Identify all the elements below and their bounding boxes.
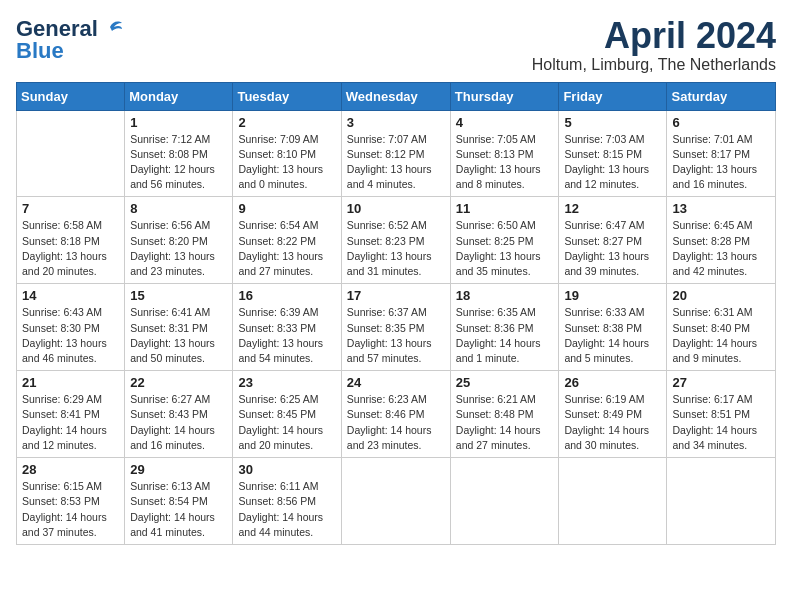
calendar-cell: 25Sunrise: 6:21 AMSunset: 8:48 PMDayligh… <box>450 371 559 458</box>
weekday-header: Monday <box>125 82 233 110</box>
title-section: April 2024 Holtum, Limburg, The Netherla… <box>532 16 776 74</box>
calendar-cell <box>17 110 125 197</box>
day-info: Sunrise: 7:09 AMSunset: 8:10 PMDaylight:… <box>238 132 335 193</box>
calendar-cell: 13Sunrise: 6:45 AMSunset: 8:28 PMDayligh… <box>667 197 776 284</box>
logo-bird-icon <box>100 17 122 37</box>
page-header: General Blue April 2024 Holtum, Limburg,… <box>16 16 776 74</box>
day-info: Sunrise: 6:41 AMSunset: 8:31 PMDaylight:… <box>130 305 227 366</box>
calendar-cell: 28Sunrise: 6:15 AMSunset: 8:53 PMDayligh… <box>17 458 125 545</box>
day-number: 25 <box>456 375 554 390</box>
calendar-header-row: SundayMondayTuesdayWednesdayThursdayFrid… <box>17 82 776 110</box>
day-info: Sunrise: 6:58 AMSunset: 8:18 PMDaylight:… <box>22 218 119 279</box>
day-info: Sunrise: 6:47 AMSunset: 8:27 PMDaylight:… <box>564 218 661 279</box>
day-info: Sunrise: 6:56 AMSunset: 8:20 PMDaylight:… <box>130 218 227 279</box>
calendar-cell <box>559 458 667 545</box>
calendar-cell: 16Sunrise: 6:39 AMSunset: 8:33 PMDayligh… <box>233 284 341 371</box>
calendar-cell: 9Sunrise: 6:54 AMSunset: 8:22 PMDaylight… <box>233 197 341 284</box>
calendar-cell: 6Sunrise: 7:01 AMSunset: 8:17 PMDaylight… <box>667 110 776 197</box>
day-number: 30 <box>238 462 335 477</box>
day-info: Sunrise: 6:15 AMSunset: 8:53 PMDaylight:… <box>22 479 119 540</box>
day-info: Sunrise: 7:12 AMSunset: 8:08 PMDaylight:… <box>130 132 227 193</box>
day-info: Sunrise: 7:03 AMSunset: 8:15 PMDaylight:… <box>564 132 661 193</box>
weekday-header: Friday <box>559 82 667 110</box>
calendar-week-row: 7Sunrise: 6:58 AMSunset: 8:18 PMDaylight… <box>17 197 776 284</box>
day-number: 20 <box>672 288 770 303</box>
day-info: Sunrise: 6:29 AMSunset: 8:41 PMDaylight:… <box>22 392 119 453</box>
calendar-cell: 23Sunrise: 6:25 AMSunset: 8:45 PMDayligh… <box>233 371 341 458</box>
logo: General Blue <box>16 16 122 64</box>
day-info: Sunrise: 6:52 AMSunset: 8:23 PMDaylight:… <box>347 218 445 279</box>
calendar-cell <box>341 458 450 545</box>
calendar-week-row: 1Sunrise: 7:12 AMSunset: 8:08 PMDaylight… <box>17 110 776 197</box>
calendar-cell: 18Sunrise: 6:35 AMSunset: 8:36 PMDayligh… <box>450 284 559 371</box>
day-info: Sunrise: 6:11 AMSunset: 8:56 PMDaylight:… <box>238 479 335 540</box>
calendar-cell: 22Sunrise: 6:27 AMSunset: 8:43 PMDayligh… <box>125 371 233 458</box>
day-info: Sunrise: 6:35 AMSunset: 8:36 PMDaylight:… <box>456 305 554 366</box>
calendar-cell: 15Sunrise: 6:41 AMSunset: 8:31 PMDayligh… <box>125 284 233 371</box>
day-number: 2 <box>238 115 335 130</box>
day-number: 27 <box>672 375 770 390</box>
day-number: 4 <box>456 115 554 130</box>
calendar-cell: 27Sunrise: 6:17 AMSunset: 8:51 PMDayligh… <box>667 371 776 458</box>
day-number: 29 <box>130 462 227 477</box>
day-info: Sunrise: 6:19 AMSunset: 8:49 PMDaylight:… <box>564 392 661 453</box>
day-number: 24 <box>347 375 445 390</box>
calendar-cell: 11Sunrise: 6:50 AMSunset: 8:25 PMDayligh… <box>450 197 559 284</box>
day-info: Sunrise: 6:45 AMSunset: 8:28 PMDaylight:… <box>672 218 770 279</box>
calendar-week-row: 21Sunrise: 6:29 AMSunset: 8:41 PMDayligh… <box>17 371 776 458</box>
day-number: 16 <box>238 288 335 303</box>
calendar-table: SundayMondayTuesdayWednesdayThursdayFrid… <box>16 82 776 545</box>
calendar-cell <box>450 458 559 545</box>
day-info: Sunrise: 6:13 AMSunset: 8:54 PMDaylight:… <box>130 479 227 540</box>
calendar-cell: 30Sunrise: 6:11 AMSunset: 8:56 PMDayligh… <box>233 458 341 545</box>
weekday-header: Saturday <box>667 82 776 110</box>
calendar-cell: 14Sunrise: 6:43 AMSunset: 8:30 PMDayligh… <box>17 284 125 371</box>
day-info: Sunrise: 6:21 AMSunset: 8:48 PMDaylight:… <box>456 392 554 453</box>
calendar-cell: 21Sunrise: 6:29 AMSunset: 8:41 PMDayligh… <box>17 371 125 458</box>
day-number: 12 <box>564 201 661 216</box>
day-info: Sunrise: 7:01 AMSunset: 8:17 PMDaylight:… <box>672 132 770 193</box>
location-title: Holtum, Limburg, The Netherlands <box>532 56 776 74</box>
day-number: 11 <box>456 201 554 216</box>
calendar-cell: 7Sunrise: 6:58 AMSunset: 8:18 PMDaylight… <box>17 197 125 284</box>
calendar-cell: 20Sunrise: 6:31 AMSunset: 8:40 PMDayligh… <box>667 284 776 371</box>
day-number: 26 <box>564 375 661 390</box>
day-number: 23 <box>238 375 335 390</box>
day-number: 13 <box>672 201 770 216</box>
day-number: 22 <box>130 375 227 390</box>
day-info: Sunrise: 6:17 AMSunset: 8:51 PMDaylight:… <box>672 392 770 453</box>
day-info: Sunrise: 7:05 AMSunset: 8:13 PMDaylight:… <box>456 132 554 193</box>
calendar-cell: 26Sunrise: 6:19 AMSunset: 8:49 PMDayligh… <box>559 371 667 458</box>
logo-blue: Blue <box>16 38 64 64</box>
day-number: 15 <box>130 288 227 303</box>
day-number: 17 <box>347 288 445 303</box>
day-info: Sunrise: 6:54 AMSunset: 8:22 PMDaylight:… <box>238 218 335 279</box>
day-info: Sunrise: 6:39 AMSunset: 8:33 PMDaylight:… <box>238 305 335 366</box>
day-number: 14 <box>22 288 119 303</box>
day-number: 5 <box>564 115 661 130</box>
calendar-cell: 24Sunrise: 6:23 AMSunset: 8:46 PMDayligh… <box>341 371 450 458</box>
calendar-cell <box>667 458 776 545</box>
calendar-cell: 2Sunrise: 7:09 AMSunset: 8:10 PMDaylight… <box>233 110 341 197</box>
day-info: Sunrise: 6:43 AMSunset: 8:30 PMDaylight:… <box>22 305 119 366</box>
calendar-cell: 3Sunrise: 7:07 AMSunset: 8:12 PMDaylight… <box>341 110 450 197</box>
day-info: Sunrise: 6:37 AMSunset: 8:35 PMDaylight:… <box>347 305 445 366</box>
weekday-header: Thursday <box>450 82 559 110</box>
weekday-header: Wednesday <box>341 82 450 110</box>
day-info: Sunrise: 6:23 AMSunset: 8:46 PMDaylight:… <box>347 392 445 453</box>
calendar-cell: 29Sunrise: 6:13 AMSunset: 8:54 PMDayligh… <box>125 458 233 545</box>
day-number: 7 <box>22 201 119 216</box>
day-info: Sunrise: 6:25 AMSunset: 8:45 PMDaylight:… <box>238 392 335 453</box>
day-number: 18 <box>456 288 554 303</box>
day-info: Sunrise: 6:27 AMSunset: 8:43 PMDaylight:… <box>130 392 227 453</box>
weekday-header: Sunday <box>17 82 125 110</box>
calendar-cell: 5Sunrise: 7:03 AMSunset: 8:15 PMDaylight… <box>559 110 667 197</box>
day-info: Sunrise: 6:33 AMSunset: 8:38 PMDaylight:… <box>564 305 661 366</box>
day-info: Sunrise: 6:50 AMSunset: 8:25 PMDaylight:… <box>456 218 554 279</box>
day-number: 6 <box>672 115 770 130</box>
calendar-week-row: 28Sunrise: 6:15 AMSunset: 8:53 PMDayligh… <box>17 458 776 545</box>
month-title: April 2024 <box>532 16 776 56</box>
day-number: 10 <box>347 201 445 216</box>
calendar-cell: 10Sunrise: 6:52 AMSunset: 8:23 PMDayligh… <box>341 197 450 284</box>
calendar-cell: 4Sunrise: 7:05 AMSunset: 8:13 PMDaylight… <box>450 110 559 197</box>
